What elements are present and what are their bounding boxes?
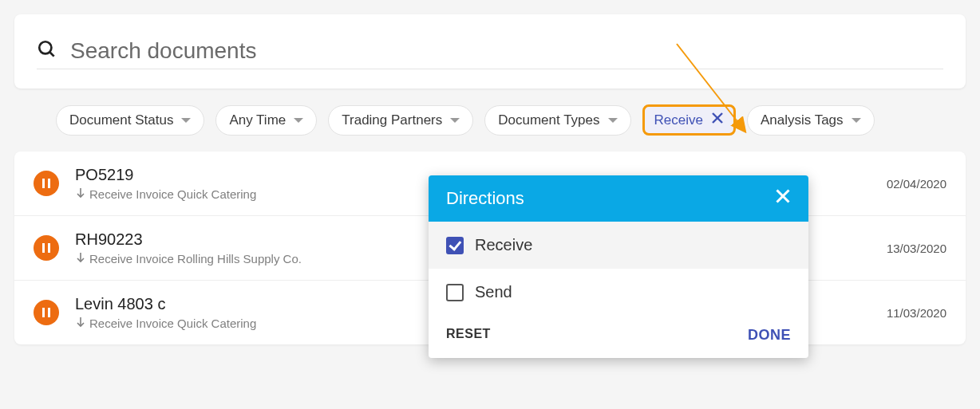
filter-label: Any Time	[229, 112, 286, 128]
filter-label: Receive	[654, 112, 703, 128]
incoming-arrow-icon	[75, 252, 86, 265]
checkbox-checked-icon[interactable]	[446, 237, 464, 254]
chevron-down-icon	[181, 118, 191, 123]
filter-document-types[interactable]: Document Types	[484, 105, 630, 136]
status-paused-icon	[34, 235, 59, 261]
filter-label: Document Types	[498, 112, 599, 128]
popup-header: Directions	[429, 175, 808, 222]
option-label: Send	[475, 283, 512, 301]
incoming-arrow-icon	[75, 187, 86, 201]
option-send[interactable]: Send	[429, 269, 808, 316]
directions-popup: Directions Receive Send RESET DONE	[429, 175, 808, 358]
search-row	[37, 38, 943, 69]
filter-bar: Document Status Any Time Trading Partner…	[0, 88, 980, 151]
filter-direction-receive[interactable]: Receive	[642, 104, 736, 136]
status-paused-icon	[34, 300, 59, 325]
incoming-arrow-icon	[75, 317, 86, 330]
filter-document-status[interactable]: Document Status	[56, 105, 204, 136]
filter-analysis-tags[interactable]: Analysis Tags	[747, 105, 875, 136]
search-card	[14, 14, 966, 88]
svg-line-1	[49, 52, 53, 56]
document-date: 13/03/2020	[887, 242, 946, 255]
chevron-down-icon	[852, 118, 861, 123]
done-button[interactable]: DONE	[748, 327, 791, 344]
chevron-down-icon	[294, 118, 303, 123]
checkbox-unchecked-icon[interactable]	[446, 284, 464, 301]
search-icon	[37, 39, 57, 63]
popup-footer: RESET DONE	[429, 316, 808, 358]
close-icon[interactable]	[775, 188, 791, 209]
clear-filter-icon[interactable]	[711, 112, 724, 128]
document-sub-text: Receive Invoice Quick Catering	[89, 317, 256, 330]
chevron-down-icon	[608, 118, 618, 123]
filter-any-time[interactable]: Any Time	[215, 105, 317, 136]
document-date: 02/04/2020	[887, 177, 946, 191]
popup-title: Directions	[446, 188, 524, 209]
filter-label: Analysis Tags	[761, 112, 844, 128]
filter-trading-partners[interactable]: Trading Partners	[328, 105, 473, 136]
document-sub-text: Receive Invoice Rolling Hills Supply Co.	[89, 252, 302, 265]
option-label: Receive	[475, 236, 532, 254]
status-paused-icon	[34, 171, 59, 196]
document-sub-text: Receive Invoice Quick Catering	[89, 187, 256, 201]
chevron-down-icon	[450, 118, 460, 123]
reset-button[interactable]: RESET	[446, 327, 491, 344]
search-input[interactable]	[70, 38, 943, 64]
document-date: 11/03/2020	[887, 306, 946, 320]
svg-point-0	[39, 41, 51, 53]
option-receive[interactable]: Receive	[429, 222, 808, 269]
filter-label: Document Status	[69, 112, 173, 128]
filter-label: Trading Partners	[342, 112, 442, 128]
